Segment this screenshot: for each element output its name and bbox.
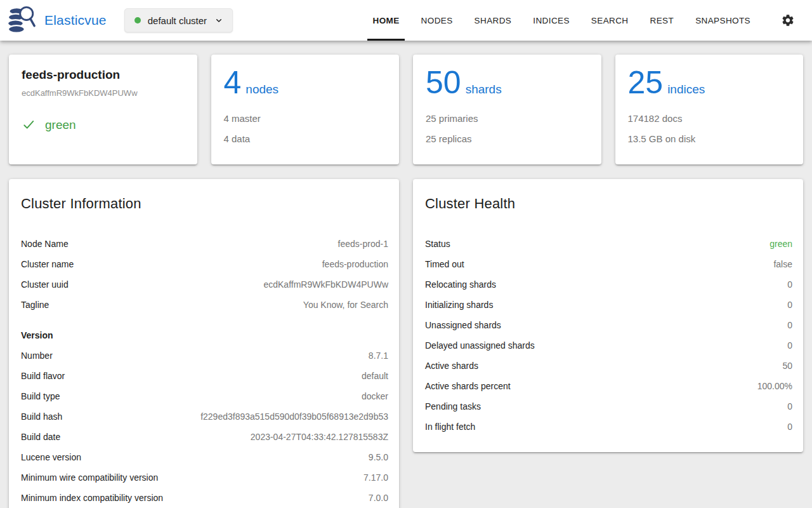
indices-detail-line: 13.5 GB on disk	[628, 133, 791, 144]
cluster-uuid: ecdKaffmR9WkFbKDW4PUWw	[22, 88, 185, 98]
cluster-select-button[interactable]: default cluster	[124, 8, 233, 32]
health-row: Unassigned shards 0	[425, 315, 792, 335]
shards-detail-line: 25 replicas	[426, 133, 589, 144]
row-label: Delayed unassigned shards	[425, 340, 535, 351]
row-label: Pending tasks	[425, 401, 481, 411]
nodes-detail-line: 4 master	[224, 113, 387, 124]
row-label: In flight fetch	[425, 422, 475, 432]
row-label: Cluster name	[21, 259, 74, 269]
cluster-health-indicator: green	[22, 117, 185, 132]
version-row: Build flavor default	[21, 366, 388, 386]
row-label: Build hash	[21, 411, 62, 422]
row-value: default	[362, 371, 388, 381]
row-value: feeds-production	[322, 259, 388, 269]
shards-card: 50shards 25 primaries 25 replicas	[413, 55, 601, 164]
health-row: In flight fetch 0	[425, 417, 792, 437]
row-value: 0	[787, 401, 792, 411]
main-nav: HOME NODES SHARDS INDICES SEARCH REST SN…	[362, 0, 761, 41]
indices-stat: 25indices	[628, 68, 791, 97]
cluster-health-status: green	[45, 118, 76, 132]
row-label: Initializing shards	[425, 300, 493, 310]
row-value: 0	[787, 340, 792, 351]
nav-item-search[interactable]: SEARCH	[580, 0, 639, 41]
row-label: Node Name	[21, 239, 69, 249]
health-row: Timed out false	[425, 254, 792, 274]
row-value: 0	[787, 320, 792, 330]
nav-item-label: REST	[650, 16, 674, 25]
indices-label: indices	[667, 83, 705, 96]
shards-stat: 50shards	[426, 68, 589, 97]
indices-count: 25	[628, 65, 664, 100]
row-label: Build type	[21, 391, 60, 401]
row-label: Cluster uuid	[21, 279, 69, 290]
health-row: Status green	[425, 234, 792, 254]
nav-item-snapshots[interactable]: SNAPSHOTS	[684, 0, 761, 41]
row-label: Lucene version	[21, 452, 81, 462]
indices-details: 174182 docs 13.5 GB on disk	[628, 113, 791, 144]
nav-item-rest[interactable]: REST	[639, 0, 685, 41]
health-row: Active shards 50	[425, 356, 792, 376]
cluster-status-dot-icon	[134, 17, 141, 23]
check-icon	[22, 117, 36, 132]
version-row: Number 8.7.1	[21, 345, 388, 366]
nav-item-nodes[interactable]: NODES	[410, 0, 464, 41]
version-section-header: Version	[21, 325, 388, 345]
info-row: Cluster uuid ecdKaffmR9WkFbKDW4PUWw	[21, 274, 388, 295]
shards-label: shards	[466, 83, 502, 96]
health-row: Pending tasks 0	[425, 396, 792, 417]
row-value: You Know, for Search	[303, 300, 388, 310]
nodes-card: 4nodes 4 master 4 data	[211, 55, 400, 164]
elasticvue-logo-icon	[6, 6, 38, 35]
row-label: Number	[21, 351, 53, 361]
info-row: Cluster name feeds-production	[21, 254, 388, 274]
version-row: Build date 2023-04-27T04:33:42.127815583…	[21, 427, 388, 447]
row-label: Relocating shards	[425, 279, 496, 290]
row-label: Build date	[21, 432, 60, 442]
info-row: Node Name feeds-prod-1	[21, 234, 388, 254]
row-label: Tagline	[21, 300, 49, 310]
shards-details: 25 primaries 25 replicas	[426, 113, 589, 144]
nodes-stat: 4nodes	[224, 68, 387, 97]
nodes-label: nodes	[246, 83, 278, 96]
row-value: 2023-04-27T04:33:42.127815583Z	[251, 432, 388, 442]
nav-item-indices[interactable]: INDICES	[522, 0, 580, 41]
row-value: 7.0.0	[369, 493, 388, 503]
cluster-information-title: Cluster Information	[21, 196, 388, 212]
detail-panels-row: Cluster Information Node Name feeds-prod…	[9, 179, 803, 508]
cluster-name: feeds-production	[22, 68, 185, 82]
version-row: Minimum wire compatibility version 7.17.…	[21, 467, 388, 488]
row-value: 7.17.0	[363, 472, 388, 483]
version-row: Lucene version 9.5.0	[21, 447, 388, 467]
health-row: Delayed unassigned shards 0	[425, 335, 792, 356]
cluster-select-label: default cluster	[148, 15, 207, 26]
indices-detail-line: 174182 docs	[628, 113, 791, 124]
nav-item-shards[interactable]: SHARDS	[464, 0, 523, 41]
row-value: 0	[787, 422, 792, 432]
nodes-count: 4	[224, 65, 242, 100]
version-row: Build type docker	[21, 386, 388, 406]
settings-button[interactable]	[775, 8, 801, 33]
row-value: ecdKaffmR9WkFbKDW4PUWw	[263, 279, 388, 290]
row-value: feeds-prod-1	[338, 239, 388, 249]
nodes-detail-line: 4 data	[224, 133, 387, 144]
row-value: 0	[787, 300, 792, 310]
row-label: Minimum index compatibility version	[21, 493, 163, 503]
nav-item-home[interactable]: HOME	[362, 0, 410, 41]
cluster-information-panel: Cluster Information Node Name feeds-prod…	[9, 179, 399, 508]
shards-detail-line: 25 primaries	[426, 113, 589, 124]
row-value: docker	[362, 391, 388, 401]
nav-item-label: INDICES	[533, 16, 570, 25]
health-row: Initializing shards 0	[425, 295, 792, 315]
shards-count: 50	[426, 65, 461, 100]
version-row: Build hash f229ed3f893a515d590d0f39b05f6…	[21, 406, 388, 427]
row-value: 100.00%	[757, 381, 792, 391]
cluster-health-title: Cluster Health	[425, 196, 792, 212]
row-label: Status	[425, 239, 450, 249]
row-value: 0	[787, 279, 792, 290]
row-label: Minimum wire compatibility version	[21, 472, 158, 483]
row-label: Timed out	[425, 259, 464, 269]
app-header: Elasticvue default cluster HOME NODES SH…	[0, 0, 812, 41]
row-value: false	[773, 259, 792, 269]
app-title: Elasticvue	[44, 13, 107, 28]
nodes-details: 4 master 4 data	[224, 113, 387, 144]
